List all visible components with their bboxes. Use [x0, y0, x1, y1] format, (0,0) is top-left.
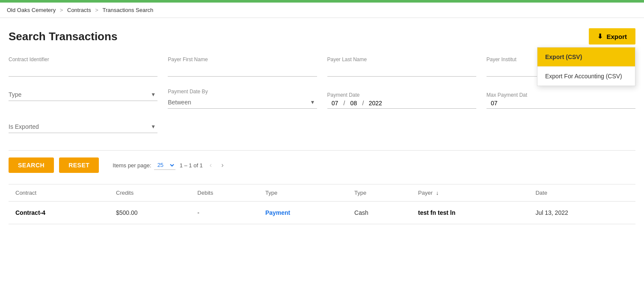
payment-date-by-label: Payment Date By [168, 89, 317, 95]
page-title: Search Transactions [9, 30, 117, 43]
is-exported-field: Is Exported ▼ [9, 121, 157, 140]
prev-page-button[interactable]: ‹ [207, 160, 214, 170]
is-exported-select[interactable]: Is Exported [9, 121, 157, 133]
payer-last-name-input[interactable] [327, 64, 476, 77]
breadcrumb: Old Oaks Cemetery > Contracts > Transact… [0, 3, 644, 18]
cell-contract: Contract-4 [9, 202, 109, 224]
contract-identifier-field: Contract Identifier [9, 56, 157, 83]
per-page-select[interactable]: 25 50 100 [154, 160, 175, 170]
results-table: Contract Credits Debits Type Type [9, 184, 635, 224]
results-table-section: Contract Credits Debits Type Type [9, 184, 635, 224]
payer-last-name-field: Payer Last Name [327, 56, 476, 83]
cell-type2: Cash [347, 202, 411, 224]
breadcrumb-item-2[interactable]: Contracts [67, 7, 91, 13]
payer-first-name-field: Payer First Name [168, 56, 317, 83]
items-per-page-control: Items per page: 25 50 100 [113, 160, 175, 170]
breadcrumb-sep-2: > [95, 7, 100, 13]
payment-date-by-select[interactable]: Between [168, 96, 317, 108]
breadcrumb-item-1[interactable]: Old Oaks Cemetery [7, 7, 56, 13]
payment-date-year[interactable] [365, 100, 386, 107]
max-payment-date-label: Max Payment Dat [487, 92, 635, 98]
payer-sort-icon: ↓ [436, 190, 439, 196]
type-select[interactable]: Type [9, 89, 157, 101]
pagination: Items per page: 25 50 100 1 – 1 of 1 ‹ › [113, 160, 226, 170]
col-type2: Type [347, 184, 411, 202]
cell-payer: test fn test ln [411, 202, 528, 224]
max-payment-date-month[interactable] [487, 100, 502, 107]
contract-identifier-input[interactable] [9, 64, 157, 77]
cell-credits: $500.00 [109, 202, 190, 224]
search-button[interactable]: SEARCH [9, 157, 54, 173]
type-field: Type ▼ [9, 89, 157, 116]
table-row: Contract-4 $500.00 - Payment Cash test f… [9, 202, 635, 224]
col-date: Date [528, 184, 635, 202]
payment-date-day[interactable] [346, 100, 361, 107]
export-button[interactable]: ⬇ Export [589, 28, 635, 45]
col-contract: Contract [9, 184, 109, 202]
breadcrumb-item-3: Transactions Search [102, 7, 153, 13]
export-csv-item[interactable]: Export (CSV) [537, 48, 635, 67]
page-range: 1 – 1 of 1 [180, 162, 203, 169]
contract-identifier-label: Contract Identifier [9, 56, 157, 62]
export-dropdown: Export (CSV) Export For Accounting (CSV) [537, 47, 635, 86]
actions-row: SEARCH RESET Items per page: 25 50 100 1… [9, 150, 635, 180]
next-page-button[interactable]: › [219, 160, 226, 170]
cell-date: Jul 13, 2022 [528, 202, 635, 224]
payer-first-name-input[interactable] [168, 64, 317, 77]
col-debits: Debits [190, 184, 258, 202]
payment-date-label: Payment Date [327, 92, 476, 98]
payment-date-month[interactable] [327, 100, 343, 107]
cell-debits: - [190, 202, 258, 224]
export-accounting-item[interactable]: Export For Accounting (CSV) [537, 67, 635, 86]
cell-type1: Payment [258, 202, 347, 224]
payment-date-by-field: Payment Date By Between ▼ [168, 89, 317, 116]
export-label: Export [606, 33, 627, 40]
breadcrumb-sep-1: > [60, 7, 65, 13]
reset-button[interactable]: RESET [59, 157, 99, 173]
export-icon: ⬇ [597, 33, 603, 40]
col-credits: Credits [109, 184, 190, 202]
max-payment-date-field: Max Payment Dat [487, 92, 635, 116]
col-type1: Type [258, 184, 347, 202]
col-payer[interactable]: Payer ↓ [411, 184, 528, 202]
payment-date-field: Payment Date / / [327, 92, 476, 116]
payer-last-name-label: Payer Last Name [327, 56, 476, 62]
payer-first-name-label: Payer First Name [168, 56, 317, 62]
items-per-page-label: Items per page: [113, 162, 151, 169]
